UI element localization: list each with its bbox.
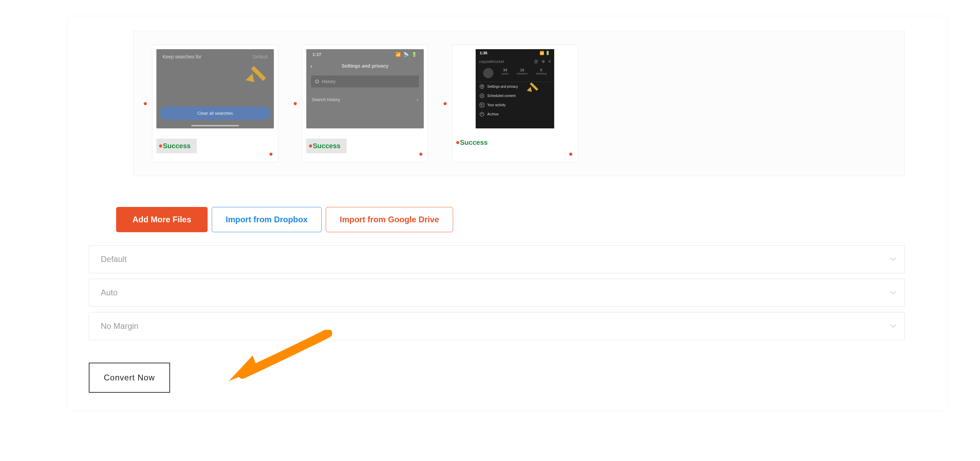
- orientation-select[interactable]: Default: [89, 245, 905, 273]
- import-dropbox-button[interactable]: Import from Dropbox: [212, 207, 322, 232]
- plus-icon: ⊕: [542, 59, 545, 64]
- file-card[interactable]: 1:37 📶 📡 🔋 ‹ Settings and privacy Histor…: [294, 45, 428, 162]
- at-icon: @: [534, 59, 538, 64]
- status-dot-icon: [309, 145, 312, 148]
- activity-icon: ↻: [480, 103, 484, 107]
- thumb-search-placeholder: History: [322, 79, 335, 84]
- status-badge: Success: [306, 138, 347, 153]
- thumb-time: 1:37: [312, 52, 321, 57]
- card-action-icon[interactable]: [269, 153, 272, 156]
- thumb-header: Settings and privacy: [342, 63, 388, 68]
- card-action-icon[interactable]: [569, 153, 572, 156]
- file-list: Keep searches for Default Clear all sear…: [133, 31, 905, 176]
- thumb-button-label: Clear all searches: [160, 107, 270, 120]
- drag-handle-icon[interactable]: [444, 102, 447, 105]
- file-thumbnail: Keep searches for Default Clear all sear…: [156, 49, 274, 129]
- select-value: Auto: [101, 288, 118, 297]
- file-thumbnail: 1:37 📶 📡 🔋 ‹ Settings and privacy Histor…: [306, 49, 424, 129]
- add-more-files-button[interactable]: Add More Files: [116, 207, 208, 232]
- status-text: Success: [313, 142, 340, 150]
- file-thumbnail: 1:36 📶 🔋 copywithrocket @ ⊕ ≡: [476, 49, 554, 129]
- status-text: Success: [163, 142, 191, 150]
- chevron-down-icon: [890, 291, 896, 294]
- file-card[interactable]: Keep searches for Default Clear all sear…: [144, 45, 278, 162]
- archive-icon: ↶: [480, 112, 484, 116]
- thumb-status-icons: 📶 📡 🔋: [395, 52, 418, 57]
- chevron-right-icon: ›: [417, 97, 418, 102]
- convert-now-button[interactable]: Convert Now: [89, 362, 170, 393]
- size-select[interactable]: Auto: [89, 279, 905, 307]
- file-card[interactable]: 1:36 📶 🔋 copywithrocket @ ⊕ ≡: [444, 45, 578, 162]
- drag-handle-icon[interactable]: [294, 102, 297, 105]
- select-value: No Margin: [101, 321, 138, 331]
- thumb-label: Default: [253, 54, 268, 59]
- back-chevron-icon: ‹: [310, 63, 312, 69]
- import-google-drive-button[interactable]: Import from Google Drive: [326, 207, 453, 232]
- thumb-row-label: Search history: [312, 97, 340, 102]
- thumb-label: Keep searches for: [162, 54, 202, 59]
- margin-select[interactable]: No Margin: [89, 312, 905, 340]
- thumb-username: copywithrocket: [479, 59, 504, 64]
- annotation-arrow-icon: [248, 63, 265, 83]
- annotation-arrow-icon: [528, 81, 539, 93]
- chevron-down-icon: [890, 258, 896, 261]
- avatar: [483, 68, 493, 78]
- gear-icon: ⚙: [480, 84, 484, 89]
- drag-handle-icon[interactable]: [144, 102, 147, 105]
- status-badge: Success: [456, 138, 488, 146]
- import-button-row: Add More Files Import from Dropbox Impor…: [116, 207, 905, 232]
- annotation-arrow-icon: [218, 330, 335, 393]
- status-dot-icon: [456, 141, 459, 144]
- select-value: Default: [101, 254, 127, 264]
- status-badge: Success: [156, 138, 197, 153]
- thumb-time: 1:36: [480, 51, 487, 55]
- thumb-status-icons: 📶 🔋: [539, 51, 550, 55]
- status-text: Success: [460, 138, 488, 146]
- card-action-icon[interactable]: [419, 153, 422, 156]
- chevron-down-icon: [890, 324, 896, 328]
- status-dot-icon: [159, 145, 162, 148]
- clock-icon: ◷: [480, 94, 484, 98]
- search-icon: [315, 79, 319, 83]
- menu-icon: ≡: [548, 59, 551, 64]
